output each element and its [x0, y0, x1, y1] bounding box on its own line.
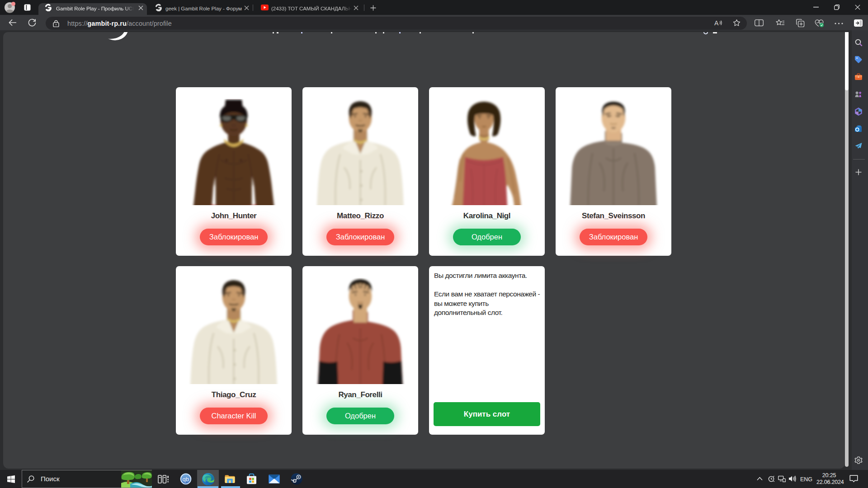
svg-text:qb: qb [183, 476, 189, 483]
svg-text:A: A [714, 19, 719, 27]
